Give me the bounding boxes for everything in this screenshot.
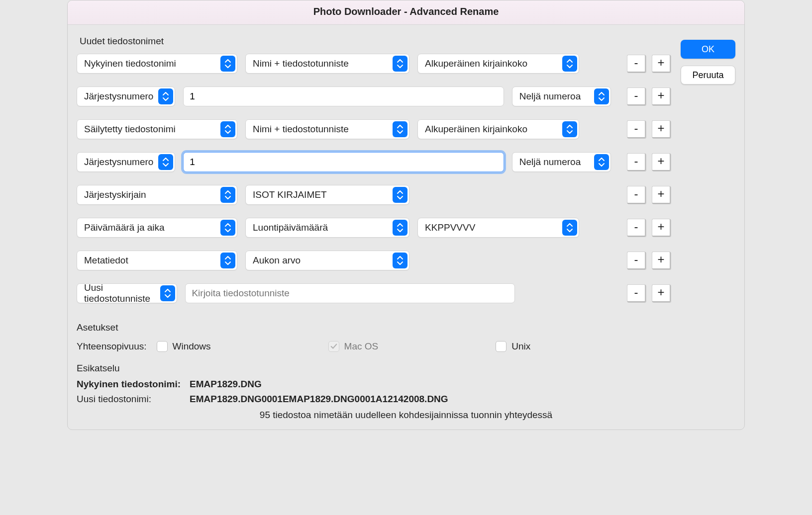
right-column: OK Peruuta (671, 34, 735, 312)
section-new-filenames-label: Uudet tiedostonimet (80, 36, 671, 47)
dropdown-value: Luontipäivämäärä (253, 222, 328, 233)
chevrons-icon (562, 56, 577, 72)
check-icon (330, 343, 337, 350)
remove-row-button[interactable]: - (627, 120, 646, 138)
add-remove-group: -+ (627, 55, 671, 73)
dropdown[interactable]: Säilytetty tiedostonimi (77, 119, 237, 139)
chevrons-icon (393, 253, 407, 268)
dropdown-value: Päivämäärä ja aika (84, 222, 165, 233)
dropdown-value: Alkuperäinen kirjainkoko (425, 124, 527, 135)
checkbox-windows[interactable]: Windows (157, 341, 211, 352)
add-row-button[interactable]: + (652, 186, 671, 204)
dropdown-value: Järjestysnumero (84, 157, 153, 168)
add-remove-group: -+ (627, 284, 671, 302)
compatibility-row: Yhteensopivuus: Windows Mac OS Unix (77, 337, 735, 360)
dropdown-value: Järjestyskirjain (84, 189, 146, 200)
dropdown[interactable]: Järjestysnumero (77, 86, 175, 106)
rename-row: JärjestyskirjainISOT KIRJAIMET-+ (77, 185, 671, 205)
text-input[interactable] (183, 152, 504, 172)
rename-row: Säilytetty tiedostonimiNimi + tiedostotu… (77, 119, 671, 139)
dropdown[interactable]: Luontipäivämäärä (245, 218, 409, 238)
add-row-button[interactable]: + (652, 219, 671, 237)
dropdown-value: ISOT KIRJAIMET (253, 189, 327, 200)
remove-row-button[interactable]: - (627, 252, 646, 269)
dropdown[interactable]: Metatiedot (77, 251, 237, 270)
chevrons-icon (562, 121, 577, 137)
dialog-window: Photo Downloader - Advanced Rename Uudet… (67, 0, 745, 430)
add-remove-group: -+ (627, 186, 671, 204)
preview-heading: Esikatselu (77, 363, 735, 374)
text-input[interactable] (183, 86, 504, 106)
remove-row-button[interactable]: - (627, 186, 646, 204)
preview-new-row: Uusi tiedostonimi: EMAP1829.DNG0001EMAP1… (77, 394, 735, 405)
content-area: Uudet tiedostonimet Nykyinen tiedostonim… (68, 25, 744, 317)
chevrons-icon (158, 154, 173, 170)
dropdown[interactable]: Järjestyskirjain (77, 185, 237, 205)
chevrons-icon (220, 187, 235, 203)
dropdown[interactable]: Neljä numeroa (512, 86, 611, 106)
dropdown[interactable]: KKPPVVVV (417, 218, 579, 238)
remove-row-button[interactable]: - (627, 87, 646, 105)
remove-row-button[interactable]: - (627, 219, 646, 237)
chevrons-icon (594, 88, 609, 104)
checkbox-unix[interactable]: Unix (496, 341, 530, 352)
preview-current-label: Nykyinen tiedostonimi: (77, 379, 184, 390)
preview-current-row: Nykyinen tiedostonimi: EMAP1829.DNG (77, 379, 735, 390)
chevrons-icon (393, 121, 407, 137)
dropdown-value: Neljä numeroa (519, 157, 581, 168)
dropdown[interactable]: Nimi + tiedostotunniste (245, 54, 409, 74)
preview-rows: Nykyinen tiedostonimi: EMAP1829.DNG Uusi… (77, 379, 735, 405)
add-row-button[interactable]: + (652, 252, 671, 269)
chevrons-icon (220, 220, 235, 236)
chevrons-icon (393, 187, 407, 203)
add-remove-group: -+ (627, 252, 671, 269)
rename-row: Päivämäärä ja aikaLuontipäivämääräKKPPVV… (77, 218, 671, 238)
dropdown[interactable]: Järjestysnumero (77, 152, 175, 172)
rename-row: Uusi tiedostotunniste-+ (77, 283, 671, 303)
dropdown[interactable]: Alkuperäinen kirjainkoko (417, 54, 579, 74)
add-row-button[interactable]: + (652, 153, 671, 171)
chevrons-icon (220, 56, 235, 72)
dropdown[interactable]: ISOT KIRJAIMET (245, 185, 409, 205)
remove-row-button[interactable]: - (627, 153, 646, 171)
dropdown[interactable]: Neljä numeroa (512, 152, 611, 172)
text-input[interactable] (185, 283, 514, 303)
dropdown-value: Nykyinen tiedostonimi (84, 58, 176, 69)
chevrons-icon (220, 121, 235, 137)
checkbox-macos-label: Mac OS (344, 341, 379, 352)
dropdown-value: Uusi tiedostotunniste (84, 282, 156, 304)
dropdown[interactable]: Alkuperäinen kirjainkoko (417, 119, 579, 139)
rename-row: MetatiedotAukon arvo-+ (77, 251, 671, 270)
dropdown[interactable]: Päivämäärä ja aika (77, 218, 237, 238)
left-column: Uudet tiedostonimet Nykyinen tiedostonim… (77, 34, 671, 312)
add-row-button[interactable]: + (652, 284, 671, 302)
dropdown[interactable]: Nimi + tiedostotunniste (245, 119, 409, 139)
rename-row: Nykyinen tiedostonimiNimi + tiedostotunn… (77, 54, 671, 74)
chevrons-icon (220, 253, 235, 268)
remove-row-button[interactable]: - (627, 55, 646, 73)
settings-section: Asetukset Yhteensopivuus: Windows Mac OS… (68, 317, 744, 360)
dropdown[interactable]: Nykyinen tiedostonimi (77, 54, 237, 74)
preview-new-label: Uusi tiedostonimi: (77, 394, 184, 405)
dropdown-value: KKPPVVVV (425, 222, 475, 233)
chevrons-icon (158, 88, 173, 104)
add-row-button[interactable]: + (652, 55, 671, 73)
remove-row-button[interactable]: - (627, 284, 646, 302)
window-title: Photo Downloader - Advanced Rename (68, 0, 744, 25)
preview-new-value: EMAP1829.DNG0001EMAP1829.DNG0001A1214200… (190, 394, 448, 405)
dropdown[interactable]: Uusi tiedostotunniste (77, 283, 177, 303)
checkbox-macos: Mac OS (328, 341, 379, 352)
add-remove-group: -+ (627, 87, 671, 105)
add-row-button[interactable]: + (652, 120, 671, 138)
dropdown[interactable]: Aukon arvo (245, 251, 409, 270)
ok-button[interactable]: OK (681, 40, 735, 59)
cancel-button[interactable]: Peruuta (681, 66, 735, 85)
dropdown-value: Järjestysnumero (84, 91, 153, 102)
checkbox-box (157, 341, 168, 352)
settings-heading: Asetukset (77, 322, 735, 333)
add-row-button[interactable]: + (652, 87, 671, 105)
checkbox-unix-label: Unix (511, 341, 530, 352)
dropdown-value: Metatiedot (84, 255, 128, 266)
dropdown-value: Säilytetty tiedostonimi (84, 124, 176, 135)
preview-current-value: EMAP1829.DNG (190, 379, 262, 390)
